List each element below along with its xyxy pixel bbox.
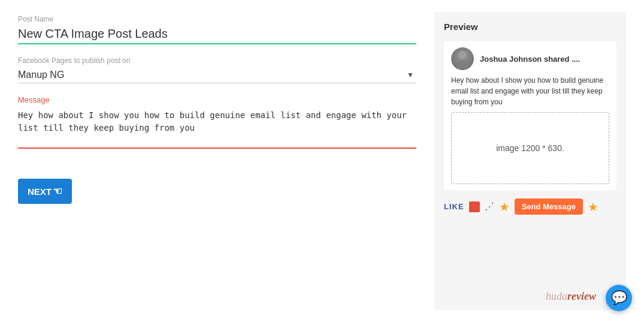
next-button-label: NEXT xyxy=(28,186,52,197)
send-message-label: Send Message xyxy=(522,202,576,211)
like-icon[interactable] xyxy=(469,201,480,212)
facebook-pages-select[interactable]: Manup NG ▼ xyxy=(18,67,416,83)
like-label: LIKE xyxy=(444,202,464,211)
message-textarea[interactable]: Hey how about I show you how to build ge… xyxy=(18,107,416,149)
preview-actions: LIKE ⋰ ★ Send Message ★ xyxy=(444,198,616,215)
watermark-suffix: review xyxy=(567,290,596,302)
watermark: hudareview xyxy=(546,290,596,303)
avatar-head xyxy=(458,51,467,59)
star-right-icon: ★ xyxy=(588,200,598,214)
facebook-pages-value: Manup NG xyxy=(18,68,76,81)
message-label: Message xyxy=(18,95,416,104)
post-name-input[interactable] xyxy=(18,26,416,44)
preview-user-name: Joshua Johnson shared .... xyxy=(480,55,580,64)
star-left-icon: ★ xyxy=(499,200,510,214)
chevron-down-icon: ▼ xyxy=(407,71,414,79)
facebook-pages-label: Facebook Pages to publish post on xyxy=(18,56,416,65)
message-group: Message Hey how about I show you how to … xyxy=(18,95,416,149)
left-panel: Post Name Facebook Pages to publish post… xyxy=(18,12,416,310)
avatar xyxy=(451,47,474,70)
post-name-group: Post Name xyxy=(18,15,416,44)
preview-image-box: image 1200 * 630. xyxy=(451,112,609,184)
chat-icon: 💬 xyxy=(611,290,627,306)
preview-user-row: Joshua Johnson shared .... xyxy=(451,47,609,70)
right-panel: Preview Joshua Johnson shared .... Hey h… xyxy=(434,12,626,310)
send-message-button[interactable]: Send Message xyxy=(515,198,583,215)
preview-card: Joshua Johnson shared .... Hey how about… xyxy=(444,41,616,190)
chat-bubble-button[interactable]: 💬 xyxy=(606,285,632,311)
watermark-prefix: huda xyxy=(546,290,567,302)
post-name-label: Post Name xyxy=(18,15,416,23)
cursor-icon: ☜ xyxy=(53,185,62,198)
preview-title: Preview xyxy=(444,22,616,32)
preview-image-label: image 1200 * 630. xyxy=(496,143,564,153)
next-button[interactable]: NEXT ☜ xyxy=(18,179,72,204)
avatar-image xyxy=(451,47,474,70)
avatar-body xyxy=(456,61,469,69)
preview-message-text: Hey how about I show you how to build ge… xyxy=(451,75,609,107)
share-icon[interactable]: ⋰ xyxy=(485,201,494,212)
facebook-pages-group: Facebook Pages to publish post on Manup … xyxy=(18,56,416,83)
